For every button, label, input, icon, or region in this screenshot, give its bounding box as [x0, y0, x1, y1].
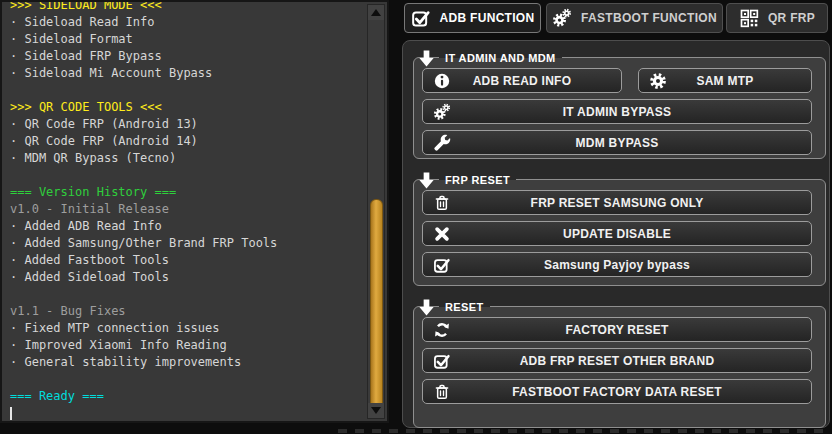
button-label: SAM MTP	[696, 74, 753, 88]
group-title: IT ADMIN AND MDM	[439, 48, 562, 68]
button-row: UPDATE DISABLE	[422, 221, 812, 246]
group-title: FRP RESET	[439, 170, 516, 190]
log-console: >>> SIDELOAD MODE <<<· Sideload Read Inf…	[0, 0, 389, 423]
triangle-up-icon	[371, 9, 381, 16]
button-adb-read-info[interactable]: ADB READ INFO	[422, 68, 622, 93]
checkbox-checked-icon	[433, 352, 451, 370]
button-frp-reset-samsung-only[interactable]: FRP RESET SAMSUNG ONLY	[422, 190, 812, 215]
console-line: · QR Code FRP (Android 13)	[10, 116, 359, 133]
button-sam-mtp[interactable]: SAM MTP	[638, 68, 812, 93]
tab-content-panel: IT ADMIN AND MDMADB READ INFOSAM MTPIT A…	[402, 40, 830, 428]
app-window: >>> SIDELOAD MODE <<<· Sideload Read Inf…	[0, 0, 832, 434]
group-frp-reset: FRP RESETFRP RESET SAMSUNG ONLYUPDATE DI…	[413, 179, 826, 286]
button-update-disable[interactable]: UPDATE DISABLE	[422, 221, 812, 246]
button-label: IT ADMIN BYPASS	[563, 105, 671, 119]
console-line: >>> QR CODE TOOLS <<<	[10, 99, 359, 116]
button-row: Samsung Payjoy bypass	[422, 252, 812, 277]
console-line: · Sideload Read Info	[10, 14, 359, 31]
button-row: FASTBOOT FACTORY DATA RESET	[422, 379, 812, 404]
console-line: === Ready ===	[10, 388, 359, 405]
info-circle-icon	[433, 72, 451, 90]
console-line: · Improved Xiaomi Info Reading	[10, 337, 359, 354]
qr-code-icon	[739, 8, 759, 28]
console-line: · Added Samsung/Other Brand FRP Tools	[10, 235, 359, 252]
button-it-admin-bypass[interactable]: IT ADMIN BYPASS	[422, 99, 812, 124]
console-cursor-line	[10, 405, 359, 422]
tab-label: QR FRP	[768, 11, 815, 25]
console-line: · QR Code FRP (Android 14)	[10, 133, 359, 150]
scrollbar-thumb[interactable]	[370, 199, 383, 411]
console-line: · Sideload Mi Account Bypass	[10, 65, 359, 82]
tab-adb-function[interactable]: ADB FUNCTION	[404, 3, 541, 33]
console-line: · Sideload FRP Bypass	[10, 48, 359, 65]
console-line: · Added Fastboot Tools	[10, 252, 359, 269]
console-line: === Version History ===	[10, 184, 359, 201]
x-cross-icon	[433, 225, 451, 243]
button-row: FRP RESET SAMSUNG ONLY	[422, 190, 812, 215]
console-line: · Fixed MTP connection issues	[10, 320, 359, 337]
tab-fastboot-function[interactable]: FASTBOOT FUNCTION	[546, 3, 723, 33]
gears-icon	[433, 103, 451, 121]
group-it-admin-and-mdm: IT ADMIN AND MDMADB READ INFOSAM MTPIT A…	[413, 57, 826, 159]
console-line: · Added ADB Read Info	[10, 218, 359, 235]
button-label: ADB READ INFO	[473, 74, 572, 88]
clipped-text-remnant	[338, 429, 828, 433]
wrench-icon	[433, 134, 451, 152]
trash-icon	[433, 383, 451, 401]
console-line	[10, 167, 359, 184]
console-line: v1.0 - Initial Release	[10, 201, 359, 218]
scrollbar-up-button[interactable]	[368, 5, 384, 20]
console-line: · General stability improvements	[10, 354, 359, 371]
group-reset: RESETFACTORY RESETADB FRP RESET OTHER BR…	[413, 306, 826, 428]
tab-label: ADB FUNCTION	[440, 11, 535, 25]
console-line: · MDM QR Bypass (Tecno)	[10, 150, 359, 167]
console-line: v1.1 - Bug Fixes	[10, 303, 359, 320]
console-line: · Added Sideload Tools	[10, 269, 359, 286]
button-row: ADB READ INFOSAM MTP	[422, 68, 812, 93]
button-label: MDM BYPASS	[576, 136, 659, 150]
tab-label: FASTBOOT FUNCTION	[581, 11, 717, 25]
checkbox-checked-icon	[411, 8, 431, 28]
button-row: FACTORY RESET	[422, 317, 812, 342]
button-label: Samsung Payjoy bypass	[544, 258, 690, 272]
button-row: ADB FRP RESET OTHER BRAND	[422, 348, 812, 373]
group-header: FRP RESET	[417, 170, 516, 190]
button-label: UPDATE DISABLE	[563, 227, 671, 241]
button-mdm-bypass[interactable]: MDM BYPASS	[422, 130, 812, 155]
group-title: RESET	[439, 297, 490, 317]
button-samsung-payjoy-bypass[interactable]: Samsung Payjoy bypass	[422, 252, 812, 277]
console-line: · Sideload Format	[10, 31, 359, 48]
refresh-icon	[433, 321, 451, 339]
button-label: FACTORY RESET	[565, 323, 668, 337]
group-header: IT ADMIN AND MDM	[417, 48, 562, 68]
arrow-down-icon	[417, 297, 436, 317]
text-cursor	[10, 407, 12, 420]
checkbox-checked-icon	[433, 256, 451, 274]
tab-qr-frp[interactable]: QR FRP	[726, 3, 828, 33]
button-label: ADB FRP RESET OTHER BRAND	[520, 354, 715, 368]
console-text: >>> SIDELOAD MODE <<<· Sideload Read Inf…	[10, 0, 359, 422]
console-scrollbar[interactable]	[367, 4, 385, 419]
console-line: >>> SIDELOAD MODE <<<	[10, 0, 359, 14]
arrow-down-icon	[417, 170, 436, 190]
arrow-down-icon	[417, 48, 436, 68]
button-row: MDM BYPASS	[422, 130, 812, 155]
button-row: IT ADMIN BYPASS	[422, 99, 812, 124]
gear-icon	[649, 72, 667, 90]
console-line	[10, 286, 359, 303]
scrollbar-down-button[interactable]	[368, 403, 384, 418]
button-adb-frp-reset-other-brand[interactable]: ADB FRP RESET OTHER BRAND	[422, 348, 812, 373]
trash-icon	[433, 194, 451, 212]
button-factory-reset[interactable]: FACTORY RESET	[422, 317, 812, 342]
button-label: FASTBOOT FACTORY DATA RESET	[512, 385, 722, 399]
group-header: RESET	[417, 297, 490, 317]
gears-icon	[552, 8, 572, 28]
triangle-down-icon	[371, 407, 381, 414]
console-line	[10, 82, 359, 99]
button-fastboot-factory-data-reset[interactable]: FASTBOOT FACTORY DATA RESET	[422, 379, 812, 404]
console-line	[10, 371, 359, 388]
button-label: FRP RESET SAMSUNG ONLY	[531, 196, 704, 210]
